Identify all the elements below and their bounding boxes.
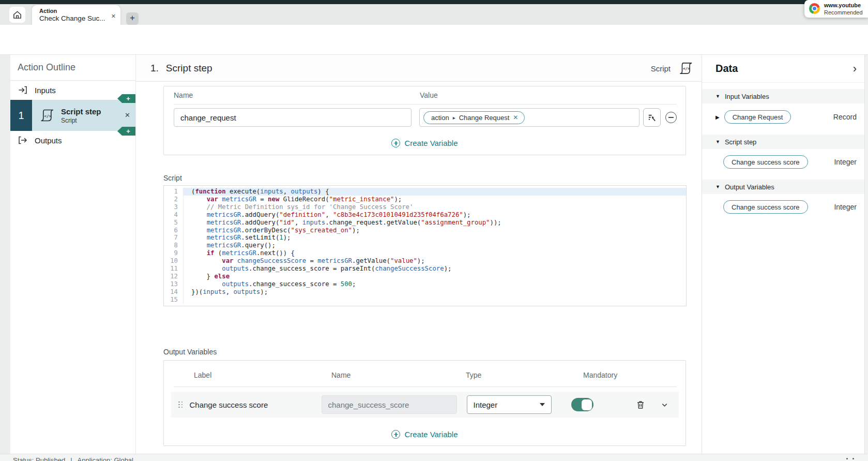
line-number: 4 <box>164 211 184 219</box>
line-number: 6 <box>164 227 184 234</box>
data-panel: Data › ▼ Input Variables ▶ Change Reques… <box>702 55 868 454</box>
step-title: Script step <box>61 107 101 116</box>
action-outline-panel: Action Outline Inputs + 1 </> Script ste… <box>10 55 136 454</box>
input-variable-value-field[interactable]: action ▸ Change Request ✕ <box>419 108 639 127</box>
screen: Action Check Change Suc... ✕ + Check Cha… <box>0 0 868 461</box>
pill-remove-icon[interactable]: ✕ <box>513 114 518 121</box>
create-output-variable-link[interactable]: Create Variable <box>164 430 686 439</box>
pill-separator-icon: ▸ <box>453 115 455 121</box>
tab-close-icon[interactable]: ✕ <box>111 13 116 20</box>
step-labels: Script step Script <box>61 107 101 124</box>
output-variable-name-field[interactable] <box>322 395 457 414</box>
chrome-icon <box>809 3 820 14</box>
row-expand-icon[interactable]: ▶ <box>715 114 720 120</box>
data-panel-header: Data › <box>702 55 868 83</box>
code-line[interactable]: 7 metricsGR.setLimit(1); <box>164 234 686 242</box>
remove-input-variable-button[interactable] <box>665 112 677 123</box>
create-input-variable-label: Create Variable <box>404 139 458 147</box>
step-type: Script </> <box>651 55 694 82</box>
script-scroll-icon: </> <box>677 61 694 76</box>
popup-note-label: Recommended <box>824 9 863 16</box>
outputs-icon <box>18 135 28 145</box>
home-button[interactable] <box>9 7 25 23</box>
plus-circle-icon <box>391 430 400 439</box>
home-icon <box>12 10 22 20</box>
input-header-divider <box>174 104 677 105</box>
toggle-knob <box>582 399 592 410</box>
tab-record-type: Action <box>39 8 115 14</box>
data-type-label: Record <box>833 113 857 121</box>
code-text: metricsGR.orderByDesc("sys_created_on"); <box>184 227 686 234</box>
input-variable-name-field[interactable] <box>174 108 412 127</box>
output-variables-card: Label Name Type Mandatory Change success… <box>163 360 686 446</box>
code-line[interactable]: 10 var changeSuccessScore = metricsGR.ge… <box>164 257 686 265</box>
status-bar-controls[interactable] <box>846 458 854 459</box>
data-section-script-step[interactable]: ▼ Script step <box>702 135 868 149</box>
code-line[interactable]: 5 metricsGR.addQuery("id", inputs.change… <box>164 219 686 227</box>
code-line[interactable]: 8 metricsGR.query(); <box>164 242 686 249</box>
code-line[interactable]: 12 } else <box>164 273 686 280</box>
action-outline-title: Action Outline <box>10 55 135 81</box>
mandatory-toggle[interactable] <box>571 398 593 411</box>
output-header-divider <box>174 386 677 387</box>
select-caret-icon <box>540 403 545 406</box>
collapse-panel-icon[interactable]: › <box>853 63 857 75</box>
expand-row-chevron-icon[interactable] <box>661 401 668 409</box>
left-gutter <box>0 55 10 454</box>
data-row-script-step-result: Change success score Integer <box>702 154 868 170</box>
line-number: 11 <box>164 265 184 273</box>
status-divider: | <box>70 456 72 461</box>
output-col-name: Name <box>331 371 351 379</box>
data-pill-change-request[interactable]: Change Request <box>724 110 791 124</box>
input-col-name: Name <box>174 91 193 99</box>
output-variable-type-select[interactable]: Integer <box>467 395 552 414</box>
remove-step-icon[interactable]: ✕ <box>125 111 130 119</box>
vertical-scrollbar[interactable] <box>864 55 868 454</box>
output-variables-label: Output Variables <box>163 348 217 356</box>
tab-title: Check Change Suc... <box>39 14 115 22</box>
workspace-tab-bar: Action Check Change Suc... ✕ + <box>0 4 868 25</box>
code-line[interactable]: 13 outputs.change_success_score = 500; <box>164 280 686 288</box>
data-pill-picker-button[interactable] <box>643 108 661 127</box>
delete-variable-button[interactable] <box>636 400 645 410</box>
value-data-pill[interactable]: action ▸ Change Request ✕ <box>423 111 525 124</box>
drag-handle-icon[interactable] <box>178 401 183 408</box>
browser-notification-popup[interactable]: www.youtube Recommended <box>804 0 868 18</box>
data-pill-change-success-score[interactable]: Change success score <box>723 155 808 169</box>
code-text: outputs.change_success_score = 500; <box>184 280 686 288</box>
create-input-variable-link[interactable]: Create Variable <box>164 139 686 147</box>
sidebar-item-script-step[interactable]: 1 </> Script step Script ✕ <box>10 100 135 131</box>
application-value: Application: Global <box>78 456 133 461</box>
data-section-title: Script step <box>725 138 756 146</box>
code-text: // Metric Definition sys_id for 'Change … <box>184 203 686 211</box>
status-bar: Status: Published | Application: Global <box>0 454 868 461</box>
code-line[interactable]: 4 metricsGR.addQuery("definition", "c8b3… <box>164 211 686 219</box>
sidebar-item-outputs[interactable]: Outputs <box>10 131 135 150</box>
sidebar-item-inputs[interactable]: Inputs <box>10 81 135 99</box>
code-editor[interactable]: 1(function execute(inputs, outputs) {2 v… <box>163 185 687 306</box>
line-number: 14 <box>164 288 184 296</box>
code-text: metricsGR.query(); <box>184 242 686 249</box>
code-line[interactable]: 3 // Metric Definition sys_id for 'Chang… <box>164 203 686 211</box>
code-line[interactable]: 1(function execute(inputs, outputs) { <box>164 188 686 196</box>
output-col-type: Type <box>466 371 481 379</box>
line-number: 12 <box>164 273 184 280</box>
tab-check-change-success[interactable]: Action Check Change Suc... ✕ <box>32 5 120 25</box>
data-pill-change-success-score[interactable]: Change success score <box>723 200 808 214</box>
data-section-input-variables[interactable]: ▼ Input Variables <box>702 89 868 103</box>
status-value: Status: Published <box>13 456 65 461</box>
code-line[interactable]: 14})(inputs, outputs); <box>164 288 686 296</box>
step-header: 1. Script step Script </> <box>136 55 702 82</box>
output-variable-label: Change success score <box>190 400 322 409</box>
code-line[interactable]: 2 var metricsGR = new GlideRecord("metri… <box>164 196 686 203</box>
code-line[interactable]: 15 <box>164 296 686 304</box>
data-section-output-variables[interactable]: ▼ Output Variables <box>702 180 868 194</box>
output-col-mandatory: Mandatory <box>583 371 617 379</box>
code-text: var changeSuccessScore = metricsGR.getVa… <box>184 257 686 265</box>
new-tab-button[interactable]: + <box>126 12 139 25</box>
code-line[interactable]: 9 if (metricsGR.next()) { <box>164 249 686 257</box>
code-line[interactable]: 6 metricsGR.orderByDesc("sys_created_on"… <box>164 227 686 234</box>
code-line[interactable]: 11 outputs.change_success_score = parseI… <box>164 265 686 273</box>
section-collapse-icon: ▼ <box>715 184 720 189</box>
script-section-label: Script <box>163 174 182 182</box>
